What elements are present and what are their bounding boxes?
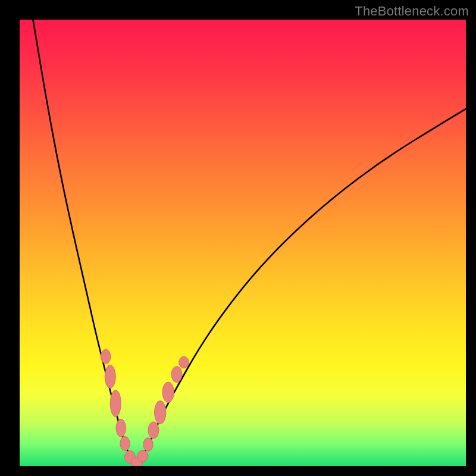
watermark-text: TheBottleneck.com: [355, 4, 469, 19]
data-marker: [110, 390, 121, 417]
data-marker: [105, 365, 115, 389]
marker-group: [101, 349, 189, 466]
data-marker: [179, 356, 189, 368]
data-marker: [171, 367, 182, 383]
data-marker: [137, 450, 148, 462]
data-marker: [101, 349, 111, 364]
curve-layer: [20, 20, 466, 466]
gradient-plot-area: [20, 20, 466, 466]
data-marker: [116, 419, 126, 437]
data-marker: [120, 437, 130, 451]
outer-frame: TheBottleneck.com: [0, 0, 476, 476]
data-marker: [143, 438, 154, 452]
data-marker: [155, 401, 167, 424]
right-curve: [137, 109, 466, 465]
data-marker: [162, 382, 174, 402]
data-marker: [148, 422, 159, 439]
